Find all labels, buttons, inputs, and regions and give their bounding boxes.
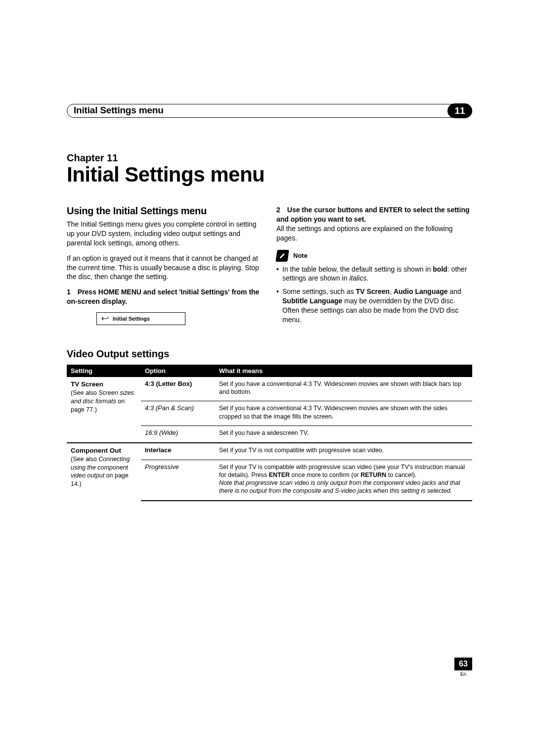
intro-paragraph-2: If an option is grayed out it means that… xyxy=(67,254,263,282)
page-language: En xyxy=(454,671,472,677)
cell-meaning-progressive: Set if your TV is compatible with progre… xyxy=(215,460,472,501)
cell-setting-component: Component Out (See also Connecting using… xyxy=(67,443,141,501)
left-column: Using the Initial Settings menu The Init… xyxy=(67,205,263,329)
note-list: In the table below, the default setting … xyxy=(276,265,472,325)
table-row: TV Screen (See also Screen sizes and dis… xyxy=(67,377,472,401)
cell-option-43ps: 4:3 (Pan & Scan) xyxy=(141,401,215,426)
col-meaning-header: What it means xyxy=(215,365,472,377)
back-arrow-icon xyxy=(101,315,110,322)
note-item-2: Some settings, such as TV Screen, Audio … xyxy=(276,287,472,325)
col-setting-header: Setting xyxy=(67,365,141,377)
right-column: 2 Use the cursor buttons and ENTER to se… xyxy=(276,205,472,329)
note-heading: Note xyxy=(276,250,472,262)
section-using-heading: Using the Initial Settings menu xyxy=(67,205,263,217)
note-label: Note xyxy=(293,252,308,259)
chapter-heading-block: Chapter 11 Initial Settings menu xyxy=(67,152,472,187)
cell-meaning-43ps: Set if you have a conventional 4:3 TV. W… xyxy=(215,401,472,426)
cell-meaning-169: Set if you have a widescreen TV. xyxy=(215,425,472,442)
chapter-label: Chapter 11 xyxy=(67,152,472,164)
cell-setting-tvscreen: TV Screen (See also Screen sizes and dis… xyxy=(67,377,141,443)
page-number: 63 xyxy=(454,658,472,670)
chapter-title: Initial Settings menu xyxy=(67,163,472,187)
table-row: Component Out (See also Connecting using… xyxy=(67,443,472,460)
onscreen-menu-label: Initial Settings xyxy=(113,316,150,322)
running-head-title: Initial Settings menu xyxy=(74,105,164,116)
cell-option-169: 16:9 (Wide) xyxy=(141,425,215,442)
page-footer: 63 En xyxy=(454,658,472,677)
two-column-body: Using the Initial Settings menu The Init… xyxy=(67,205,472,329)
pencil-note-icon xyxy=(275,250,289,262)
onscreen-menu-box: Initial Settings xyxy=(96,312,185,325)
cell-option-interlace: Interlace xyxy=(141,443,215,460)
intro-paragraph-1: The Initial Settings menu gives you comp… xyxy=(67,220,263,248)
step-1: 1 Press HOME MENU and select 'Initial Se… xyxy=(67,287,263,306)
cell-option-progressive: Progressive xyxy=(141,460,215,501)
step-2-followup: All the settings and options are explain… xyxy=(276,224,472,243)
note-item-1: In the table below, the default setting … xyxy=(276,265,472,284)
cell-option-43lb: 4:3 (Letter Box) xyxy=(141,377,215,401)
video-output-table: Setting Option What it means TV Screen (… xyxy=(67,365,472,501)
chapter-number-badge: 11 xyxy=(447,103,472,118)
table-header-row: Setting Option What it means xyxy=(67,365,472,377)
video-output-heading: Video Output settings xyxy=(67,348,472,360)
running-head: Initial Settings menu 11 xyxy=(67,104,472,118)
cell-meaning-interlace: Set if your TV is not compatible with pr… xyxy=(215,443,472,460)
col-option-header: Option xyxy=(141,365,215,377)
step-2: 2 Use the cursor buttons and ENTER to se… xyxy=(276,205,472,224)
cell-meaning-43lb: Set if you have a conventional 4:3 TV. W… xyxy=(215,377,472,401)
